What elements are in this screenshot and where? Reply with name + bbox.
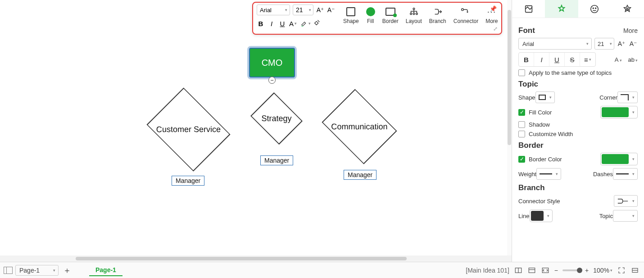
border-color-swatch[interactable] [600, 153, 638, 165]
bold-button[interactable]: B [257, 20, 265, 27]
panel-italic-button[interactable]: I [534, 53, 549, 66]
manager-node-1[interactable]: Manager [172, 176, 204, 186]
border-dashes-label: Dashes [593, 171, 613, 178]
view-page-icon[interactable] [527, 266, 536, 275]
add-page-button[interactable]: ＋ [61, 265, 73, 276]
panel-underline-button[interactable]: U [549, 53, 565, 66]
connector-style-label: Connector Style [518, 198, 560, 205]
italic-button[interactable]: I [268, 20, 276, 27]
vertical-scrollbar[interactable] [507, 0, 512, 255]
square-icon [346, 7, 355, 16]
panel-case-button[interactable]: ab▾ [628, 56, 638, 63]
panel-font-family-select[interactable]: Arial [518, 38, 592, 50]
main-idea-status: [Main Idea 101] [466, 267, 509, 274]
tab-page-style[interactable] [512, 0, 545, 18]
connector-style-icon [617, 197, 629, 205]
shape-button[interactable]: Shape [343, 6, 359, 24]
branch-line-label: Line [518, 213, 530, 219]
border-weight-label: Weight [518, 171, 536, 178]
border-dashes-select[interactable] [613, 168, 638, 180]
tab-emoji[interactable] [578, 0, 611, 18]
diamond-node-strategy[interactable]: Strategy [250, 92, 303, 145]
layout-button[interactable]: Layout [406, 6, 422, 24]
svg-point-7 [593, 8, 594, 9]
topic-corner-select[interactable] [617, 91, 638, 103]
canvas[interactable]: 📌 ⤢ Arial 21 A⁺ A⁻ B I U A▾ ▾ [0, 0, 512, 262]
fill-color-swatch[interactable] [600, 106, 638, 118]
border-button[interactable]: Border [382, 6, 399, 24]
corner-icon [621, 94, 629, 100]
branch-button[interactable]: Branch [429, 6, 446, 24]
view-split-icon[interactable] [514, 266, 523, 275]
manager-node-2[interactable]: Manager [260, 155, 293, 165]
svg-point-4 [462, 9, 464, 11]
horizontal-scrollbar[interactable] [0, 255, 512, 262]
zoom-value[interactable]: 100% [593, 267, 612, 274]
section-title-border: Border [518, 141, 544, 150]
svg-point-2 [413, 13, 415, 15]
collapse-panel-icon[interactable] [630, 266, 639, 275]
fullscreen-icon[interactable] [617, 266, 626, 275]
panel-font-decrease-icon[interactable]: A⁻ [629, 40, 638, 47]
svg-point-1 [410, 13, 412, 15]
floating-toolbar: 📌 ⤢ Arial 21 A⁺ A⁻ B I U A▾ ▾ [252, 2, 502, 35]
panel-font-size-select[interactable]: 21 [594, 38, 614, 50]
fit-page-icon[interactable] [541, 266, 550, 275]
font-more-link[interactable]: More [623, 27, 638, 34]
page-select[interactable]: Page-1 [15, 265, 59, 276]
font-family-select[interactable]: Arial [257, 5, 290, 15]
customize-width-checkbox[interactable]: Customize Width [518, 131, 638, 137]
topic-corner-label: Corner [599, 94, 617, 101]
zoom-in-button[interactable]: + [585, 267, 589, 274]
topic-shape-label: Shape [518, 94, 535, 101]
apply-same-type-checkbox[interactable]: Apply to the same type of topics [518, 69, 638, 76]
branch-line-color[interactable] [530, 210, 553, 222]
root-node[interactable]: CMO [249, 48, 295, 77]
highlight-button[interactable]: ▾ [301, 20, 311, 27]
connector-button[interactable]: Connector [454, 6, 478, 24]
fill-color-checkbox[interactable]: ✓Fill Color [518, 109, 552, 116]
line-solid-icon [616, 173, 629, 174]
panel-font-color-button[interactable]: A▾ [615, 56, 622, 63]
svg-point-8 [595, 8, 596, 9]
zoom-out-button[interactable]: − [554, 267, 558, 274]
manager-node-3[interactable]: Manager [344, 170, 376, 180]
panel-font-increase-icon[interactable]: A⁺ [617, 40, 626, 47]
tab-theme[interactable] [611, 0, 644, 18]
diamond-node-communication[interactable]: Communication [322, 89, 397, 164]
diamond-node-customer-service[interactable]: Customer Service [146, 87, 230, 171]
line-weight-icon [540, 173, 552, 174]
format-painter-icon[interactable] [313, 19, 322, 28]
page-tab-1[interactable]: Page-1 [89, 264, 122, 276]
border-rect-icon [385, 8, 395, 16]
branch-topic-select[interactable] [613, 210, 638, 222]
connector-style-select[interactable] [614, 195, 638, 207]
underline-button[interactable]: U [278, 20, 286, 27]
font-increase-icon[interactable]: A⁺ [316, 6, 324, 14]
section-title-font: Font [518, 26, 535, 35]
panel-strike-button[interactable]: S [565, 53, 580, 66]
expand-toolbar-icon[interactable]: ⤢ [493, 26, 498, 32]
font-size-select[interactable]: 21 [293, 5, 313, 15]
diagram-connectors [0, 0, 135, 68]
side-panel: Font More Arial 21 A⁺ A⁻ B I U S ≡▾ [512, 0, 644, 262]
collapse-toggle-icon[interactable]: − [268, 77, 276, 84]
svg-rect-11 [529, 268, 535, 273]
border-weight-select[interactable] [536, 168, 561, 180]
outline-toggle-icon[interactable] [4, 267, 13, 274]
topic-shape-select[interactable] [535, 91, 555, 103]
branch-icon [433, 6, 443, 17]
shadow-checkbox[interactable]: Shadow [518, 121, 638, 128]
panel-bold-button[interactable]: B [519, 53, 534, 66]
tab-topic-style[interactable] [545, 0, 578, 18]
border-color-checkbox[interactable]: ✓Border Color [518, 156, 562, 163]
font-color-button[interactable]: A▾ [289, 20, 298, 27]
fill-button[interactable]: Fill [366, 6, 375, 24]
svg-point-6 [591, 5, 599, 13]
section-title-topic: Topic [518, 80, 538, 89]
status-bar: Page-1 ＋ Page-1 [Main Idea 101] − + 100% [0, 262, 644, 278]
font-decrease-icon[interactable]: A⁻ [327, 6, 335, 14]
toolbar-more-button[interactable]: ⋯ More [485, 6, 498, 24]
zoom-slider[interactable] [562, 269, 581, 271]
panel-align-button[interactable]: ≡▾ [580, 53, 595, 66]
